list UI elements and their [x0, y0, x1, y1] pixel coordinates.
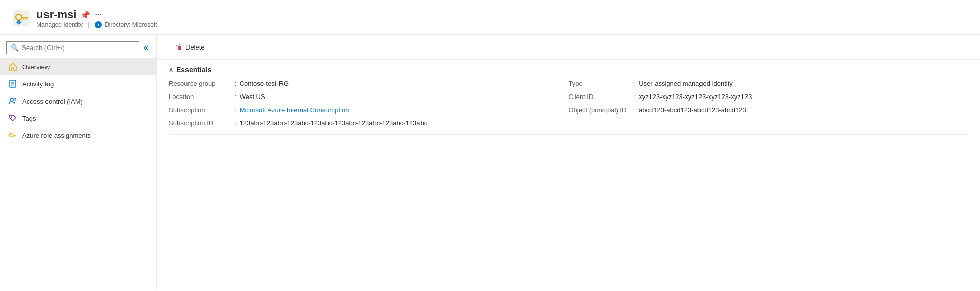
type-label: Type: [569, 80, 634, 87]
access-control-icon: [8, 96, 17, 106]
essentials-grid: Resource group : Contoso-test-RG Locatio…: [169, 80, 968, 130]
toolbar: 🗑 Delete: [157, 35, 980, 60]
svg-rect-3: [26, 18, 27, 20]
subscription-id-value: 123abc-123abc-123abc-123abc-123abc-123ab…: [240, 119, 428, 127]
collapse-sidebar-button[interactable]: «: [142, 41, 150, 54]
delete-icon: 🗑: [175, 43, 182, 51]
sidebar-item-overview[interactable]: Overview: [0, 58, 156, 75]
table-row: Location : West US: [169, 93, 569, 104]
search-input[interactable]: [22, 44, 135, 52]
resource-name: usr-msi: [36, 8, 76, 21]
client-id-label: Client ID: [569, 93, 634, 101]
tags-icon: [8, 114, 17, 123]
separator-1: :: [235, 93, 237, 101]
svg-rect-2: [22, 17, 28, 18]
sidebar-item-activity-log[interactable]: Activity log: [0, 75, 156, 92]
delete-button[interactable]: 🗑 Delete: [169, 40, 211, 54]
activity-log-icon: [8, 79, 17, 88]
pin-icon[interactable]: 📌: [80, 10, 90, 20]
table-row: Object (principal) ID : abcd123-abcd123-…: [569, 106, 968, 117]
svg-rect-4: [23, 18, 25, 20]
resource-type: Managed Identity: [36, 21, 83, 28]
subscription-label: Subscription: [169, 106, 235, 114]
sidebar-item-azure-role-assignments[interactable]: Azure role assignments: [0, 127, 156, 144]
svg-point-15: [10, 134, 13, 137]
table-row: Subscription : Microsoft Azure Internal …: [169, 106, 569, 117]
essentials-left-column: Resource group : Contoso-test-RG Locatio…: [169, 80, 569, 130]
essentials-chevron-icon[interactable]: ∧: [169, 66, 173, 73]
info-icon[interactable]: i: [95, 21, 102, 28]
subtitle-divider: |: [88, 21, 89, 28]
overview-icon: [8, 62, 17, 71]
separator-r0: :: [634, 80, 636, 87]
more-options-icon[interactable]: ···: [95, 10, 101, 19]
location-value: West US: [240, 93, 265, 101]
main-layout: 🔍 « Overview: [0, 35, 980, 290]
separator-r2: :: [634, 106, 636, 114]
azure-role-assignments-icon: [8, 131, 17, 140]
search-box[interactable]: 🔍: [6, 41, 139, 54]
essentials-header: ∧ Essentials: [169, 66, 968, 74]
directory-label: Directory: Microsoft: [105, 21, 157, 28]
subscription-value[interactable]: Microsoft Azure Internal Consumption: [240, 106, 349, 114]
table-row: Resource group : Contoso-test-RG: [169, 80, 569, 91]
resource-group-label: Resource group: [169, 80, 235, 87]
sidebar-item-azure-role-assignments-label: Azure role assignments: [22, 132, 91, 139]
separator-r1: :: [634, 93, 636, 101]
svg-point-13: [14, 98, 16, 100]
sidebar-item-access-control-label: Access control (IAM): [22, 98, 83, 105]
separator-2: :: [235, 106, 237, 114]
client-id-value: xyz123-xyz123-xyz123-xyz123-xyz123: [639, 93, 752, 101]
separator-0: :: [235, 80, 237, 87]
sidebar-item-access-control[interactable]: Access control (IAM): [0, 92, 156, 110]
main-content: 🗑 Delete ∧ Essentials Resource group : C…: [157, 35, 980, 290]
resource-group-value: Contoso-test-RG: [240, 80, 289, 87]
resource-name-row: usr-msi 📌 ···: [36, 8, 157, 21]
page-header: usr-msi 📌 ··· Managed Identity | i Direc…: [0, 0, 980, 35]
svg-marker-7: [9, 63, 16, 70]
sidebar-item-overview-label: Overview: [22, 63, 50, 71]
essentials-divider: [169, 134, 968, 135]
svg-rect-17: [15, 136, 16, 137]
table-row: Type : User assigned managed identity: [569, 80, 968, 91]
search-container: 🔍 «: [0, 39, 156, 58]
sidebar-item-tags-label: Tags: [22, 115, 36, 122]
essentials-section: ∧ Essentials Resource group : Contoso-te…: [157, 60, 980, 145]
svg-point-12: [10, 98, 13, 101]
type-value: User assigned managed identity: [639, 80, 733, 87]
essentials-title: Essentials: [176, 66, 211, 74]
separator-3: :: [235, 119, 237, 127]
object-id-value: abcd123-abcd123-abcd123-abcd123: [639, 106, 746, 114]
resource-icon: [12, 9, 30, 27]
header-subtitle: Managed Identity | i Directory: Microsof…: [36, 21, 157, 28]
header-title-block: usr-msi 📌 ··· Managed Identity | i Direc…: [36, 8, 157, 28]
subscription-id-label: Subscription ID: [169, 119, 235, 127]
essentials-right-column: Type : User assigned managed identity Cl…: [569, 80, 968, 130]
search-icon: 🔍: [11, 44, 19, 52]
svg-point-14: [11, 116, 12, 117]
svg-rect-16: [13, 135, 16, 136]
sidebar-item-activity-log-label: Activity log: [22, 80, 54, 88]
table-row: Subscription ID : 123abc-123abc-123abc-1…: [169, 119, 569, 130]
sidebar: 🔍 « Overview: [0, 35, 157, 290]
sidebar-item-tags[interactable]: Tags: [0, 110, 156, 127]
delete-label: Delete: [185, 43, 205, 51]
location-label: Location: [169, 93, 235, 101]
table-row: Client ID : xyz123-xyz123-xyz123-xyz123-…: [569, 93, 968, 104]
object-id-label: Object (principal) ID: [569, 106, 634, 114]
svg-rect-18: [14, 136, 15, 137]
